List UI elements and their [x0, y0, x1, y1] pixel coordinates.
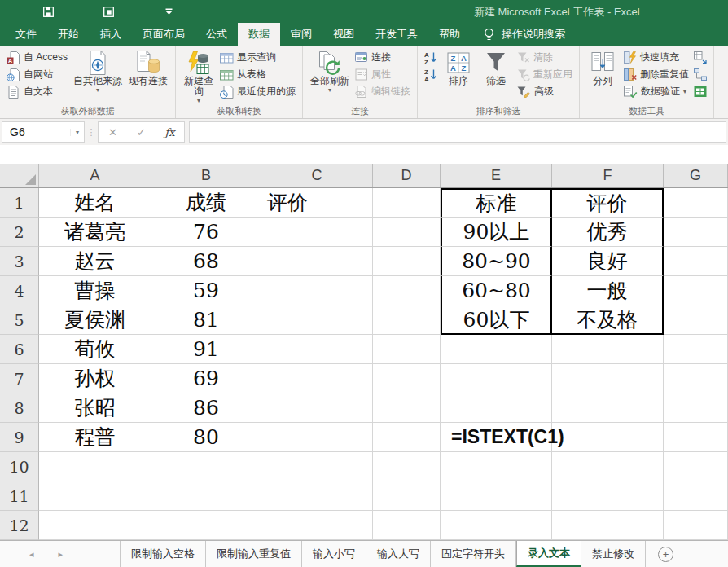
row-header-11[interactable]: 11: [0, 481, 39, 511]
cell-F1[interactable]: 评价: [552, 188, 664, 218]
cell-B8[interactable]: 86: [151, 393, 261, 423]
row-header-7[interactable]: 7: [0, 364, 39, 393]
cell-C8[interactable]: [261, 393, 373, 423]
cell-A3[interactable]: 赵云: [39, 247, 151, 276]
cell-D7[interactable]: [373, 364, 441, 393]
cell-G4[interactable]: [664, 276, 728, 305]
cell-D3[interactable]: [373, 247, 441, 276]
cell-C10[interactable]: [261, 452, 373, 481]
cell-B7[interactable]: 69: [151, 364, 261, 393]
cell-E10[interactable]: [441, 452, 552, 481]
column-header-A[interactable]: A: [39, 164, 151, 187]
row-header-5[interactable]: 5: [0, 305, 39, 335]
cell-F4[interactable]: 一般: [552, 276, 664, 305]
cell-E12[interactable]: [441, 511, 552, 540]
doc-web-button[interactable]: 自网站: [4, 66, 70, 83]
cell-G11[interactable]: [664, 481, 728, 511]
sheet-nav-prev-icon[interactable]: ◂: [29, 549, 34, 560]
recent-sources-button[interactable]: 最近使用的源: [217, 83, 298, 100]
row-header-4[interactable]: 4: [0, 276, 39, 305]
existing-connections-button[interactable]: 现有连接: [125, 48, 171, 87]
row-header-1[interactable]: 1: [0, 188, 39, 218]
cell-E5[interactable]: 60以下: [441, 305, 552, 335]
data-validation-button[interactable]: 数据验证▾: [621, 83, 691, 100]
cell-D8[interactable]: [373, 393, 441, 423]
column-header-G[interactable]: G: [664, 164, 728, 187]
cell-G2[interactable]: [664, 218, 728, 247]
ribbon-tab-formulas[interactable]: 公式: [195, 23, 238, 46]
text-to-columns-button[interactable]: 分列: [584, 48, 621, 87]
row-header-9[interactable]: 9: [0, 423, 39, 452]
cell-B10[interactable]: [151, 452, 261, 481]
sheet-tab-0[interactable]: 限制输入空格: [121, 541, 206, 567]
cell-F3[interactable]: 良好: [552, 247, 664, 276]
cell-B6[interactable]: 91: [151, 335, 261, 364]
cell-D12[interactable]: [373, 511, 441, 540]
cell-G5[interactable]: [664, 305, 728, 335]
cell-D4[interactable]: [373, 276, 441, 305]
cell-F12[interactable]: [552, 511, 664, 540]
cell-A5[interactable]: 夏侯渊: [39, 305, 151, 335]
cell-E11[interactable]: [441, 481, 552, 511]
from-table-button[interactable]: 从表格: [217, 66, 298, 83]
sheet-tab-2[interactable]: 输入小写: [302, 541, 366, 567]
cell-D5[interactable]: [373, 305, 441, 335]
cell-F6[interactable]: [552, 335, 664, 364]
cell-F5[interactable]: 不及格: [552, 305, 664, 335]
cancel-icon[interactable]: ✕: [99, 126, 127, 138]
cell-D10[interactable]: [373, 452, 441, 481]
column-header-D[interactable]: D: [373, 164, 441, 187]
tell-me-search[interactable]: 操作说明搜索: [484, 23, 565, 46]
ribbon-tab-developer[interactable]: 开发工具: [365, 23, 428, 46]
cell-C5[interactable]: [261, 305, 373, 335]
cell-B5[interactable]: 81: [151, 305, 261, 335]
sheet-tab-5-active[interactable]: 录入文本: [516, 541, 581, 567]
connections-button[interactable]: 连接: [353, 49, 413, 66]
ribbon-tab-help[interactable]: 帮助: [428, 23, 471, 46]
insert-function-icon[interactable]: ƒx: [156, 126, 184, 138]
cell-C7[interactable]: [261, 364, 373, 393]
column-header-B[interactable]: B: [151, 164, 261, 187]
cell-B2[interactable]: 76: [151, 218, 261, 247]
cell-G7[interactable]: [664, 364, 728, 393]
cell-C6[interactable]: [261, 335, 373, 364]
cell-F2[interactable]: 优秀: [552, 218, 664, 247]
cell-E9[interactable]: =ISTEXT(C1): [441, 423, 552, 452]
cell-G8[interactable]: [664, 393, 728, 423]
cell-C1[interactable]: 评价: [261, 188, 373, 218]
cell-A9[interactable]: 程普: [39, 423, 151, 452]
sort-desc-button[interactable]: ZA: [422, 66, 440, 83]
cell-A7[interactable]: 孙权: [39, 364, 151, 393]
sort-button[interactable]: ZAAZ排序: [440, 48, 477, 87]
sheet-tab-6[interactable]: 禁止修改: [581, 541, 646, 567]
row-header-3[interactable]: 3: [0, 247, 39, 276]
flash-fill-button[interactable]: 快速填充: [621, 49, 691, 66]
manage-data-model-button[interactable]: [691, 83, 709, 100]
cell-B4[interactable]: 59: [151, 276, 261, 305]
cell-F9[interactable]: [552, 423, 664, 452]
ribbon-tab-data[interactable]: 数据: [238, 23, 280, 46]
chevron-down-icon[interactable]: ▾: [70, 129, 84, 136]
sheet-tab-1[interactable]: 限制输入重复值: [206, 541, 302, 567]
cell-D11[interactable]: [373, 481, 441, 511]
cell-F7[interactable]: [552, 364, 664, 393]
column-header-E[interactable]: E: [441, 164, 552, 187]
other-sources-button[interactable]: 自其他来源▾: [70, 48, 125, 94]
select-all-corner[interactable]: [0, 164, 39, 187]
cell-C11[interactable]: [261, 481, 373, 511]
cell-G9[interactable]: [664, 423, 728, 452]
cell-C12[interactable]: [261, 511, 373, 540]
row-header-2[interactable]: 2: [0, 218, 39, 247]
cell-G10[interactable]: [664, 452, 728, 481]
cell-D2[interactable]: [373, 218, 441, 247]
cell-G12[interactable]: [664, 511, 728, 540]
cell-A11[interactable]: [39, 481, 151, 511]
sheet-tab-4[interactable]: 固定字符开头: [431, 541, 516, 567]
cell-C2[interactable]: [261, 218, 373, 247]
column-header-C[interactable]: C: [261, 164, 373, 187]
sort-asc-button[interactable]: AZ: [422, 49, 440, 66]
cell-D1[interactable]: [373, 188, 441, 218]
cell-B1[interactable]: 成绩: [151, 188, 261, 218]
qat-customize-icon[interactable]: [160, 2, 178, 20]
ribbon-tab-file[interactable]: 文件: [5, 23, 47, 46]
